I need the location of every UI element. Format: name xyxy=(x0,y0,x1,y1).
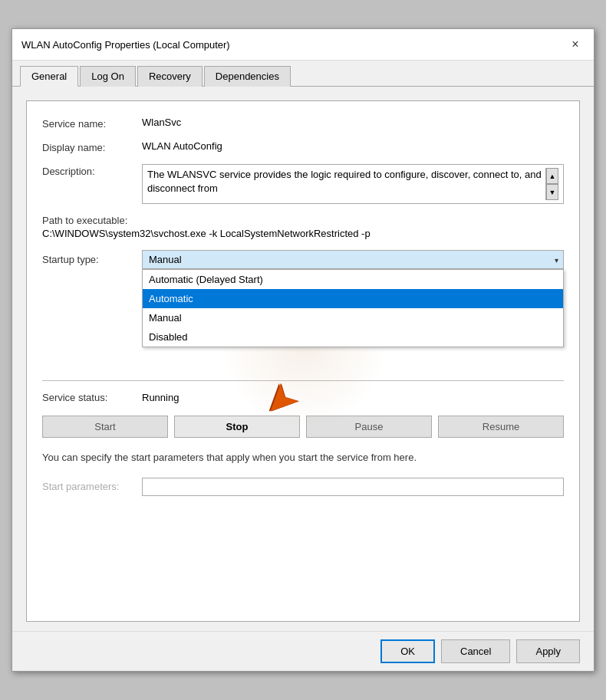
tab-general[interactable]: General xyxy=(20,66,78,87)
content-area: Service name: WlanSvc Display name: WLAN… xyxy=(12,87,594,631)
startup-selected-value: Manual xyxy=(149,254,182,265)
service-name-value: WlanSvc xyxy=(142,117,564,128)
dropdown-option-automatic[interactable]: Automatic xyxy=(143,289,563,308)
cancel-button[interactable]: Cancel xyxy=(441,639,510,663)
scroll-down-btn[interactable]: ▼ xyxy=(546,184,558,200)
start-service-button[interactable]: Start xyxy=(42,416,168,438)
service-buttons-group: Start Stop Pause Resume xyxy=(42,416,564,438)
stop-service-button[interactable]: Stop xyxy=(174,416,300,438)
start-params-input[interactable] xyxy=(142,478,564,496)
bottom-button-bar: OK Cancel Apply xyxy=(12,631,594,671)
title-bar: WLAN AutoConfig Properties (Local Comput… xyxy=(12,29,594,61)
apply-button[interactable]: Apply xyxy=(516,639,580,663)
display-name-value: WLAN AutoConfig xyxy=(142,140,564,152)
start-params-row: Start parameters: xyxy=(42,478,564,496)
resume-service-button[interactable]: Resume xyxy=(438,416,564,438)
description-box: The WLANSVC service provides the logic r… xyxy=(142,164,564,204)
display-name-label: Display name: xyxy=(42,140,142,153)
dropdown-option-disabled[interactable]: Disabled xyxy=(143,327,563,347)
info-text: You can specify the start parameters tha… xyxy=(42,450,564,465)
description-row: Description: The WLANSVC service provide… xyxy=(42,164,564,204)
display-name-row: Display name: WLAN AutoConfig xyxy=(42,140,564,153)
tab-bar: General Log On Recovery Dependencies xyxy=(12,61,594,87)
window-title: WLAN AutoConfig Properties (Local Comput… xyxy=(21,39,230,51)
startup-label: Startup type: xyxy=(42,254,142,265)
pause-service-button[interactable]: Pause xyxy=(306,416,432,438)
start-params-label: Start parameters: xyxy=(42,481,142,492)
startup-dropdown-container: Manual ▾ Automatic (Delayed Start) Autom… xyxy=(142,250,564,269)
path-label: Path to executable: xyxy=(42,215,564,226)
dropdown-option-automatic-delayed[interactable]: Automatic (Delayed Start) xyxy=(143,270,563,289)
dialog-window: WLAN AutoConfig Properties (Local Comput… xyxy=(12,28,594,672)
startup-dropdown-list: Automatic (Delayed Start) Automatic Manu… xyxy=(142,269,564,347)
divider-line xyxy=(42,380,564,381)
path-section: Path to executable: C:\WINDOWS\system32\… xyxy=(42,215,564,239)
tab-logon[interactable]: Log On xyxy=(80,66,136,87)
service-status-value: Running xyxy=(142,392,179,403)
dropdown-arrow-icon: ▾ xyxy=(555,255,558,264)
service-name-label: Service name: xyxy=(42,117,142,130)
tab-dependencies[interactable]: Dependencies xyxy=(204,66,291,87)
content-inner: Service name: WlanSvc Display name: WLAN… xyxy=(26,100,580,622)
dropdown-option-manual[interactable]: Manual xyxy=(143,308,563,327)
description-label: Description: xyxy=(42,164,142,177)
service-status-row: Service status: Running xyxy=(42,392,564,403)
scroll-up-btn[interactable]: ▲ xyxy=(546,168,558,184)
tab-recovery[interactable]: Recovery xyxy=(137,66,203,87)
path-value: C:\WINDOWS\system32\svchost.exe -k Local… xyxy=(42,228,564,239)
service-name-row: Service name: WlanSvc xyxy=(42,117,564,130)
ok-button[interactable]: OK xyxy=(380,639,435,663)
startup-row: Startup type: Manual ▾ Automatic (Delaye… xyxy=(42,250,564,269)
description-scrollbar: ▲ ▼ xyxy=(545,168,558,200)
description-text: The WLANSVC service provides the logic r… xyxy=(147,168,542,200)
service-status-label: Service status: xyxy=(42,392,142,403)
startup-dropdown[interactable]: Manual ▾ xyxy=(142,250,564,269)
close-button[interactable]: × xyxy=(566,35,585,54)
